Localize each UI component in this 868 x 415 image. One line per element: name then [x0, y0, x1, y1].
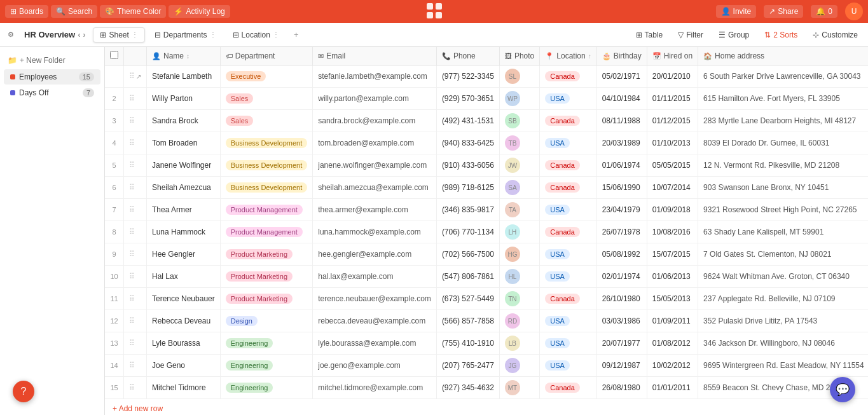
row-email-cell[interactable]: joe.geno@example.com: [313, 355, 437, 377]
drag-handle[interactable]: ⠿: [129, 94, 135, 103]
tab-sheet[interactable]: ⊞ Sheet ⋮: [93, 27, 144, 43]
col-location-header[interactable]: 📍Location↑: [540, 47, 596, 65]
invite-button[interactable]: 👤 Invite: [716, 5, 757, 18]
table-area: 👤Name↕ 🏷Department ✉Email 📞Phone 🖼Photo: [105, 47, 868, 415]
row-email-cell[interactable]: terence.neubauer@example.com: [313, 288, 437, 310]
drag-handle[interactable]: ⠿: [129, 250, 135, 259]
customize-button[interactable]: ⊹ Customize: [808, 29, 863, 41]
sorts-button[interactable]: ⇅ 2 Sorts: [759, 29, 803, 41]
col-phone-header[interactable]: 📞Phone: [436, 47, 499, 65]
row-email-cell[interactable]: hal.lax@example.com: [313, 266, 437, 288]
tab-departments[interactable]: ⊟ Departments ⋮: [148, 27, 223, 43]
row-name-cell[interactable]: Hal Lax: [147, 266, 221, 288]
row-email-cell[interactable]: luna.hammock@example.com: [313, 221, 437, 243]
new-folder-button[interactable]: 📁 + New Folder: [0, 52, 104, 69]
filter-button[interactable]: ▽ Filter: [673, 29, 708, 41]
tab-location[interactable]: ⊟ Location ⋮: [226, 27, 286, 43]
dept-badge: Business Development: [226, 160, 308, 170]
table-row: 4 ⠿ Tom Broaden Business Development tom…: [105, 132, 868, 154]
row-name-cell[interactable]: Willy Parton: [147, 88, 221, 110]
row-name-cell[interactable]: Terence Neubauer: [147, 288, 221, 310]
activity-log-button[interactable]: ⚡ Activity Log: [169, 5, 230, 18]
row-name-cell[interactable]: Tom Broaden: [147, 132, 221, 154]
drag-handle[interactable]: ⠿: [129, 72, 135, 81]
drag-handle[interactable]: ⠿: [129, 205, 135, 214]
row-name-cell[interactable]: Lyle Bourassa: [147, 332, 221, 355]
row-photo-cell: HG: [499, 243, 539, 266]
row-email-cell[interactable]: tom.broaden@example.com: [313, 132, 437, 154]
row-email-cell[interactable]: lyle.bourassa@example.com: [313, 332, 437, 355]
row-address-cell: 6 South Parker Drive Lawrenceville, GA 3…: [698, 65, 868, 88]
row-hired-cell: 01/09/2011: [647, 310, 698, 332]
col-photo-header[interactable]: 🖼Photo: [499, 47, 539, 65]
row-drag-cell: ⠿↗: [124, 65, 147, 88]
row-location-cell: Canada: [540, 154, 596, 177]
col-birthday-header[interactable]: 🎂Birthday: [596, 47, 647, 65]
open-icon[interactable]: ↗: [136, 73, 141, 80]
col-department-header[interactable]: 🏷Department: [220, 47, 313, 65]
col-email-header[interactable]: ✉Email: [313, 47, 437, 65]
group-button[interactable]: ☰ Group: [713, 29, 754, 41]
boards-button[interactable]: ⊞ Boards: [5, 5, 48, 18]
add-tab-button[interactable]: +: [289, 27, 304, 42]
theme-color-button[interactable]: 🎨 Theme Color: [100, 5, 166, 18]
row-name-cell[interactable]: Hee Gengler: [147, 243, 221, 266]
photo-avatar: WP: [505, 91, 520, 106]
chat-button[interactable]: 💬: [830, 377, 855, 402]
share-button[interactable]: ↗ Share: [764, 5, 803, 18]
row-name-cell[interactable]: Luna Hammock: [147, 221, 221, 243]
search-button[interactable]: 🔍 Search: [51, 5, 97, 18]
drag-handle[interactable]: ⠿: [129, 228, 135, 236]
notifications-button[interactable]: 🔔 0: [811, 5, 837, 18]
drag-handle[interactable]: ⠿: [129, 183, 135, 192]
row-email-cell[interactable]: mitchel.tidmore@example.com: [313, 377, 437, 399]
row-email-cell[interactable]: hee.gengler@example.com: [313, 243, 437, 266]
drag-handle[interactable]: ⠿: [129, 272, 135, 281]
drag-handle[interactable]: ⠿: [129, 339, 135, 348]
row-email-cell[interactable]: sheilah.amezcua@example.com: [313, 177, 437, 199]
drag-handle[interactable]: ⠿: [129, 294, 135, 303]
drag-handle[interactable]: ⠿: [129, 161, 135, 170]
row-name-cell[interactable]: Stefanie Lambeth: [147, 65, 221, 88]
sidebar-item-days-off[interactable]: Days Off 7: [4, 85, 100, 100]
row-email-cell[interactable]: thea.armer@example.com: [313, 199, 437, 221]
location-col-icon: 📍: [545, 52, 554, 60]
row-email-cell[interactable]: rebecca.deveau@example.com: [313, 310, 437, 332]
row-address-cell: 9695 Wintergreen Rd. East Meadow, NY 115…: [698, 355, 868, 377]
add-row-button[interactable]: + Add new row: [105, 399, 868, 415]
row-photo-cell: SL: [499, 65, 539, 88]
tab-bar-right: ⊞ Table ▽ Filter ☰ Group ⇅ 2 Sorts ⊹ Cus…: [631, 29, 863, 41]
select-all-checkbox[interactable]: [110, 51, 118, 59]
row-email-cell[interactable]: janene.wolfinger@example.com: [313, 154, 437, 177]
row-num-cell: 11: [105, 288, 124, 310]
settings-button[interactable]: ⚙: [5, 29, 17, 40]
photo-avatar: HL: [505, 269, 520, 284]
row-name-cell[interactable]: Joe Geno: [147, 355, 221, 377]
row-name-cell[interactable]: Sandra Brock: [147, 110, 221, 132]
row-email-cell[interactable]: stefanie.lambeth@example.com: [313, 65, 437, 88]
row-name-cell[interactable]: Rebecca Deveau: [147, 310, 221, 332]
user-avatar[interactable]: U: [845, 3, 863, 20]
logo-icon: [425, 2, 443, 20]
sidebar-item-employees[interactable]: Employees 15: [4, 69, 100, 85]
drag-handle[interactable]: ⠿: [129, 116, 135, 125]
drag-handle[interactable]: ⠿: [129, 361, 135, 370]
dept-col-icon: 🏷: [226, 52, 233, 60]
col-address-header[interactable]: 🏠Home address: [698, 47, 868, 65]
col-hired-header[interactable]: 📅Hired on: [647, 47, 698, 65]
col-name-header[interactable]: 👤Name↕: [147, 47, 221, 65]
table-view-button[interactable]: ⊞ Table: [631, 29, 668, 41]
row-num-cell: 12: [105, 310, 124, 332]
row-email-cell[interactable]: willy.parton@example.com: [313, 88, 437, 110]
drag-handle[interactable]: ⠿: [129, 139, 135, 147]
row-birthday-cell: 04/10/1984: [596, 88, 647, 110]
drag-handle[interactable]: ⠿: [129, 316, 135, 325]
row-name-cell[interactable]: Mitchel Tidmore: [147, 377, 221, 399]
row-name-cell[interactable]: Sheilah Amezcua: [147, 177, 221, 199]
row-name-cell[interactable]: Thea Armer: [147, 199, 221, 221]
row-email-cell[interactable]: sandra.brock@example.com: [313, 110, 437, 132]
help-button[interactable]: ?: [13, 381, 34, 402]
drag-handle[interactable]: ⠿: [129, 383, 135, 392]
row-name-cell[interactable]: Janene Wolfinger: [147, 154, 221, 177]
row-address-cell: 9321 Rosewood Street High Point, NC 2726…: [698, 199, 868, 221]
